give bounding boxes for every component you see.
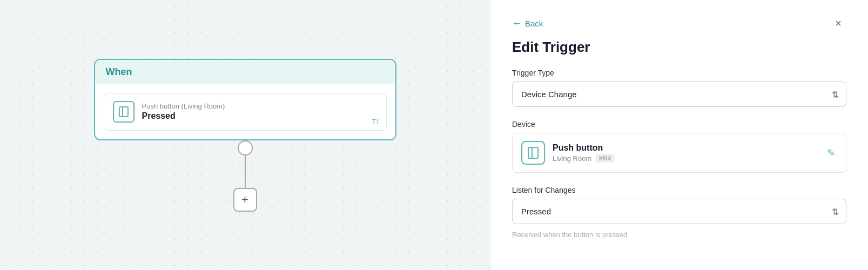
when-body: Push button (Living Room) Pressed T1	[95, 84, 395, 139]
device-card[interactable]: Push button Living Room KNX ✎	[512, 133, 846, 173]
trigger-action: Pressed	[142, 111, 378, 121]
connector-line	[245, 156, 246, 188]
device-card-info: Push button Living Room KNX	[553, 143, 817, 163]
close-button[interactable]: ×	[830, 15, 846, 31]
svg-rect-0	[119, 107, 128, 117]
svg-rect-2	[528, 147, 538, 158]
back-label: Back	[525, 19, 543, 28]
device-card-icon	[521, 141, 545, 165]
trigger-tag: T1	[372, 118, 379, 126]
push-button-icon	[113, 101, 134, 123]
listen-helper-text: Received when the button is pressed	[512, 231, 846, 239]
listen-wrapper: Pressed Released Short Press Long Press …	[512, 199, 846, 224]
trigger-type-select[interactable]: Device Change Schedule Sunrise/Sunset	[512, 82, 846, 107]
panel-header: ← Back ×	[512, 15, 846, 31]
connector-dot	[238, 140, 253, 156]
add-step-button[interactable]: +	[233, 188, 257, 212]
trigger-type-label: Trigger Type	[512, 69, 846, 77]
back-arrow-icon: ←	[512, 18, 522, 29]
device-section: Device Push button Living Room KNX ✎	[512, 120, 846, 173]
device-card-name: Push button	[553, 143, 817, 153]
when-card: When Push button (Living Room) Pressed T…	[94, 59, 396, 140]
back-link[interactable]: ← Back	[512, 18, 543, 29]
trigger-type-section: Trigger Type Device Change Schedule Sunr…	[512, 69, 846, 107]
listen-section: Listen for Changes Pressed Released Shor…	[512, 186, 846, 239]
flow-connector: +	[233, 140, 257, 212]
trigger-info: Push button (Living Room) Pressed	[142, 102, 378, 121]
trigger-type-wrapper: Device Change Schedule Sunrise/Sunset ⇅	[512, 82, 846, 107]
trigger-device-name: Push button (Living Room)	[142, 102, 378, 110]
listen-select[interactable]: Pressed Released Short Press Long Press	[512, 199, 846, 224]
when-header: When	[95, 60, 395, 84]
when-title: When	[106, 66, 132, 77]
device-card-protocol: KNX	[596, 154, 615, 163]
device-label: Device	[512, 120, 846, 129]
trigger-item[interactable]: Push button (Living Room) Pressed T1	[104, 93, 387, 131]
right-panel: ← Back × Edit Trigger Trigger Type Devic…	[490, 0, 868, 270]
device-card-meta: Living Room KNX	[553, 154, 817, 163]
canvas-area: When Push button (Living Room) Pressed T…	[0, 0, 490, 270]
listen-label: Listen for Changes	[512, 186, 846, 194]
device-card-room: Living Room	[553, 154, 591, 163]
panel-title: Edit Trigger	[512, 39, 846, 56]
edit-device-button[interactable]: ✎	[825, 145, 837, 161]
flow-container: When Push button (Living Room) Pressed T…	[94, 59, 396, 212]
